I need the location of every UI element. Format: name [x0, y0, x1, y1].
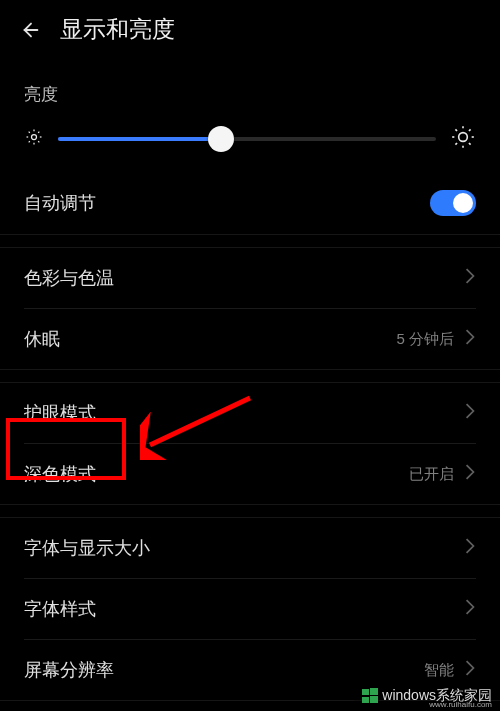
svg-line-8 — [38, 132, 39, 133]
watermark-sub: www.ruihaifu.com — [429, 700, 492, 709]
chevron-right-icon — [464, 538, 476, 558]
brightness-slider-row — [0, 124, 500, 154]
toggle-thumb — [453, 193, 473, 213]
color-temp-label: 色彩与色温 — [24, 266, 114, 290]
font-style-row[interactable]: 字体样式 — [0, 579, 500, 639]
section-gap — [0, 504, 500, 518]
svg-point-9 — [459, 133, 468, 142]
svg-rect-22 — [370, 696, 378, 703]
svg-line-15 — [469, 143, 471, 145]
chevron-right-icon — [464, 660, 476, 680]
sun-small-icon — [24, 127, 44, 151]
slider-thumb[interactable] — [208, 126, 234, 152]
svg-rect-21 — [362, 697, 369, 703]
chevron-right-icon — [464, 268, 476, 288]
dark-mode-row[interactable]: 深色模式 已开启 — [0, 444, 500, 504]
svg-rect-20 — [370, 688, 378, 695]
windows-logo-icon — [362, 688, 378, 704]
font-size-label: 字体与显示大小 — [24, 536, 150, 560]
brightness-section: 亮度 自动调节 — [0, 59, 500, 234]
sleep-label: 休眠 — [24, 327, 60, 351]
back-arrow-icon[interactable] — [20, 19, 42, 41]
auto-brightness-label: 自动调节 — [24, 191, 96, 215]
color-temp-row[interactable]: 色彩与色温 — [0, 248, 500, 308]
resolution-value: 智能 — [424, 661, 454, 680]
auto-brightness-row[interactable]: 自动调节 — [0, 172, 500, 234]
sun-large-icon — [450, 124, 476, 154]
chevron-right-icon — [464, 329, 476, 349]
svg-line-7 — [29, 141, 30, 142]
brightness-slider[interactable] — [58, 137, 436, 141]
dark-mode-label: 深色模式 — [24, 462, 96, 486]
dark-mode-value: 已开启 — [409, 465, 454, 484]
slider-fill — [58, 137, 221, 141]
svg-line-6 — [38, 141, 39, 142]
header: 显示和亮度 — [0, 0, 500, 59]
sleep-row[interactable]: 休眠 5 分钟后 — [0, 309, 500, 369]
chevron-right-icon — [464, 403, 476, 423]
auto-brightness-toggle[interactable] — [430, 190, 476, 216]
svg-line-17 — [469, 129, 471, 131]
brightness-label: 亮度 — [0, 83, 500, 106]
svg-line-5 — [29, 132, 30, 133]
section-gap — [0, 369, 500, 383]
eye-comfort-row[interactable]: 护眼模式 — [0, 383, 500, 443]
sleep-value: 5 分钟后 — [396, 330, 454, 349]
resolution-label: 屏幕分辨率 — [24, 658, 114, 682]
eye-comfort-label: 护眼模式 — [24, 401, 96, 425]
svg-point-0 — [32, 135, 37, 140]
chevron-right-icon — [464, 464, 476, 484]
chevron-right-icon — [464, 599, 476, 619]
page-title: 显示和亮度 — [60, 14, 175, 45]
section-gap — [0, 234, 500, 248]
svg-rect-19 — [362, 689, 369, 695]
font-size-row[interactable]: 字体与显示大小 — [0, 518, 500, 578]
font-style-label: 字体样式 — [24, 597, 96, 621]
svg-line-16 — [455, 143, 457, 145]
svg-line-14 — [455, 129, 457, 131]
